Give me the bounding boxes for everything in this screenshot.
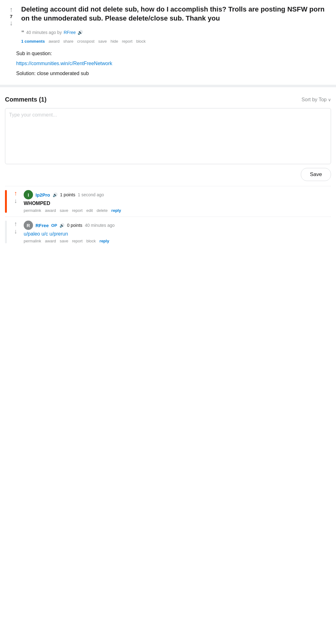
post-time: 40 minutes ago by [26, 30, 62, 35]
comment-vote-col: ↑ ↓ [11, 190, 21, 213]
report-action[interactable]: report [122, 39, 133, 44]
comment-points: 1 points [60, 192, 75, 197]
comment-body: WHOMPED [24, 201, 331, 206]
comment-header: I Ip2Pro 🔊 1 points 1 second ago [24, 190, 331, 199]
comments-title: Comments (1) [5, 96, 46, 103]
comment-vote-col: ↑ ↓ [11, 221, 21, 243]
vote-count: 7 [10, 14, 12, 19]
post-title: Deleting account did not delete sub, how… [21, 5, 331, 23]
comment-bar [5, 190, 7, 213]
comments-link[interactable]: 1 comments [21, 39, 45, 44]
comment-actions: permalink award save report block reply [24, 239, 331, 243]
comment-actions: permalink award save report edit delete … [24, 208, 331, 213]
vote-column: ↑ 7 ↓ [5, 5, 17, 26]
comment-input-box [5, 108, 331, 164]
hide-action[interactable]: hide [111, 39, 118, 44]
comment-downvote-button[interactable]: ↓ [14, 228, 17, 234]
comment-time: 1 second ago [78, 192, 104, 197]
comment-content: R RFree OP 🔊 0 points 40 minutes ago u/p… [24, 221, 331, 243]
avatar: I [24, 190, 33, 199]
sort-dropdown[interactable]: Sort by Top ∨ [301, 97, 331, 103]
comment-upvote-button[interactable]: ↑ [14, 190, 17, 196]
block-action[interactable]: block [136, 39, 145, 44]
comment-item: ↑ ↓ I Ip2Pro 🔊 1 points 1 second ago WHO… [5, 186, 331, 217]
award-action[interactable]: award [45, 208, 56, 213]
sort-label: Sort by Top [301, 97, 327, 103]
comment-speaker-icon: 🔊 [53, 193, 58, 197]
comment-header: R RFree OP 🔊 0 points 40 minutes ago [24, 221, 331, 230]
comment-time: 40 minutes ago [85, 223, 115, 228]
permalink-action[interactable]: permalink [24, 208, 41, 213]
comments-section: Comments (1) Sort by Top ∨ Save ↑ ↓ I Ip… [0, 91, 336, 247]
downvote-button[interactable]: ↓ [10, 20, 13, 26]
op-badge: OP [51, 223, 57, 228]
report-action[interactable]: report [72, 239, 83, 243]
comment-author-link[interactable]: RFree [35, 223, 49, 228]
vote-title-row: ↑ 7 ↓ Deleting account did not delete su… [5, 5, 331, 26]
comments-header: Comments (1) Sort by Top ∨ [5, 96, 331, 103]
save-action[interactable]: save [98, 39, 106, 44]
report-action[interactable]: report [72, 208, 83, 213]
comment-content: I Ip2Pro 🔊 1 points 1 second ago WHOMPED… [24, 190, 331, 213]
share-action[interactable]: share [63, 39, 73, 44]
reply-action[interactable]: reply [111, 208, 121, 213]
comment-bar [5, 221, 7, 243]
avatar: R [24, 221, 33, 230]
section-divider [0, 85, 336, 87]
post-actions: 1 comments award share crosspost save hi… [21, 39, 331, 44]
comment-author-link[interactable]: Ip2Pro [35, 192, 50, 198]
save-action[interactable]: save [60, 239, 68, 243]
comment-item: ↑ ↓ R RFree OP 🔊 0 points 40 minutes ago… [5, 217, 331, 247]
comment-points: 0 points [67, 223, 82, 228]
comment-downvote-button[interactable]: ↓ [14, 198, 17, 204]
award-action[interactable]: award [45, 239, 56, 243]
comment-upvote-button[interactable]: ↑ [14, 221, 17, 227]
reply-action[interactable]: reply [100, 239, 109, 243]
post-body: Sub in question: https://communities.win… [0, 46, 336, 81]
permalink-action[interactable]: permalink [24, 239, 41, 243]
save-action[interactable]: save [60, 208, 68, 213]
crosspost-action[interactable]: crosspost [77, 39, 95, 44]
body-link[interactable]: https://communities.win/c/RentFreeNetwor… [16, 60, 331, 67]
block-action[interactable]: block [86, 239, 96, 243]
comment-textarea[interactable] [9, 112, 327, 159]
post-meta: ❝ 40 minutes ago by RFree 🔊 [21, 29, 331, 36]
body-prefix: Sub in question: [16, 50, 331, 57]
chevron-down-icon: ∨ [328, 97, 331, 102]
quote-icon: ❝ [21, 29, 24, 36]
speaker-icon: 🔊 [78, 30, 83, 35]
delete-action[interactable]: delete [97, 208, 107, 213]
edit-action[interactable]: edit [86, 208, 93, 213]
comment-body-link[interactable]: u/paleo u/c u/prerun [24, 231, 331, 237]
save-btn-row: Save [5, 168, 331, 181]
post-author-link[interactable]: RFree [64, 30, 76, 35]
upvote-button[interactable]: ↑ [10, 6, 13, 13]
comment-speaker-icon: 🔊 [59, 223, 64, 228]
award-action[interactable]: award [49, 39, 59, 44]
save-comment-button[interactable]: Save [301, 168, 331, 181]
post-section: ↑ 7 ↓ Deleting account did not delete su… [0, 0, 336, 44]
solution-text: Solution: close unmoderated sub [16, 70, 331, 77]
